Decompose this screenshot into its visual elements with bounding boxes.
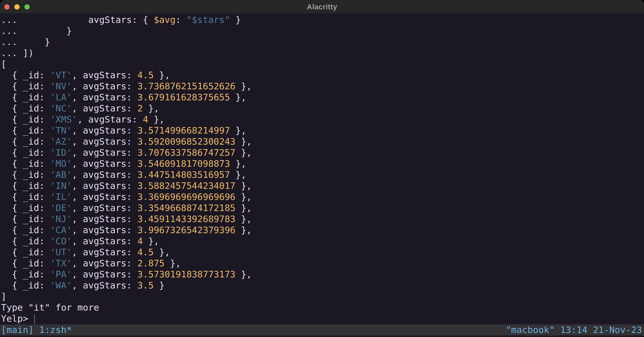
tmux-host-clock-label: "macbook" 13:14 21-Nov-23 [506, 324, 642, 335]
terminal-line: { _id: 'WA', avgStars: 3.5 } [1, 280, 644, 291]
terminal-output[interactable]: ... avgStars: { $avg: "$stars" }... }...… [0, 14, 644, 324]
window-titlebar[interactable]: Alacritty [0, 0, 644, 14]
terminal-line: { _id: 'PA', avgStars: 3.573019183877317… [1, 269, 644, 280]
traffic-lights [4, 4, 30, 10]
terminal-line: { _id: 'NV', avgStars: 3.736876215165262… [1, 81, 644, 92]
minimize-button[interactable] [14, 4, 20, 10]
terminal-line: { _id: 'DE', avgStars: 3.354966887417218… [1, 202, 644, 214]
terminal-line: ... ]) [1, 48, 644, 59]
terminal-line: { _id: 'MO', avgStars: 3.546091817098873… [1, 158, 644, 169]
terminal-line: [ [1, 59, 644, 70]
terminal-line: Type "it" for more [1, 302, 644, 313]
terminal-line: { _id: 'AB', avgStars: 3.447514803516957… [1, 169, 644, 180]
terminal-line: { _id: 'IN', avgStars: 3.588245754423401… [1, 180, 644, 191]
terminal-line: { _id: 'NC', avgStars: 2 }, [1, 103, 644, 114]
terminal-line: { _id: 'NJ', avgStars: 3.459114339268978… [1, 214, 644, 225]
terminal-line: { _id: 'IL', avgStars: 3.369696969696969… [1, 191, 644, 202]
window-title: Alacritty [307, 3, 337, 11]
terminal-line: { _id: 'CO', avgStars: 4 }, [1, 236, 644, 247]
tmux-session-window-label[interactable]: [main] 1:zsh* [1, 324, 72, 335]
alacritty-window: Alacritty ... avgStars: { $avg: "$stars"… [0, 0, 644, 337]
terminal-line: { _id: 'TN', avgStars: 3.571499668214997… [1, 125, 644, 136]
zoom-button[interactable] [24, 4, 30, 10]
close-button[interactable] [4, 4, 10, 10]
text-cursor [34, 314, 35, 324]
terminal-line: { _id: 'AZ', avgStars: 3.592009685230024… [1, 136, 644, 147]
terminal-line: { _id: 'UT', avgStars: 4.5 }, [1, 247, 644, 258]
terminal-line: { _id: 'ID', avgStars: 3.707633758674725… [1, 147, 644, 158]
terminal-line: { _id: 'CA', avgStars: 3.996732654237939… [1, 225, 644, 236]
terminal-line: ] [1, 291, 644, 302]
terminal-line: { _id: 'XMS', avgStars: 4 }, [1, 114, 644, 125]
terminal-line: { _id: 'LA', avgStars: 3.679161628375655… [1, 92, 644, 103]
terminal-line: ... } [1, 36, 644, 48]
tmux-status-bar: [main] 1:zsh* "macbook" 13:14 21-Nov-23 [0, 324, 644, 335]
terminal-line: ... } [1, 25, 644, 36]
terminal-line: Yelp> [1, 313, 644, 324]
terminal-line: { _id: 'VT', avgStars: 4.5 }, [1, 70, 644, 81]
terminal-line: ... avgStars: { $avg: "$stars" } [1, 14, 644, 25]
terminal-line: { _id: 'TX', avgStars: 2.875 }, [1, 258, 644, 269]
